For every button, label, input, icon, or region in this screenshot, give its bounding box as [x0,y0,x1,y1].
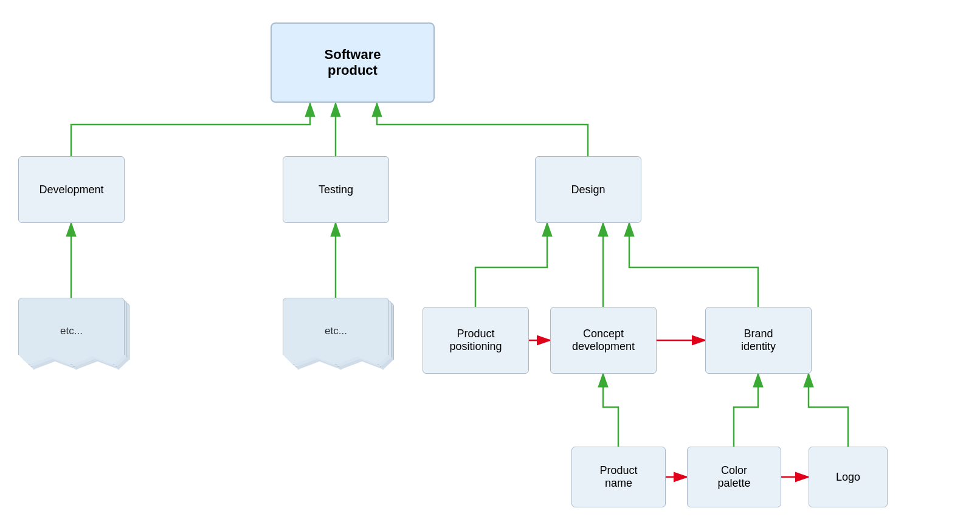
product-positioning-node: Productpositioning [423,307,529,374]
etc1-stack: etc... [18,298,125,371]
testing-node: Testing [283,156,389,223]
etc2-label: etc... [283,298,389,365]
software-product-node: Softwareproduct [271,22,435,103]
logo-node: Logo [809,447,888,507]
etc1-label: etc... [18,298,125,365]
diagram: Softwareproduct Development Testing Desi… [0,0,980,525]
product-name-node: Productname [571,447,666,507]
brand-identity-node: Brandidentity [705,307,812,374]
concept-development-node: Conceptdevelopment [550,307,657,374]
development-node: Development [18,156,125,223]
etc2-stack: etc... [283,298,389,371]
design-node: Design [535,156,641,223]
color-palette-node: Colorpalette [687,447,781,507]
